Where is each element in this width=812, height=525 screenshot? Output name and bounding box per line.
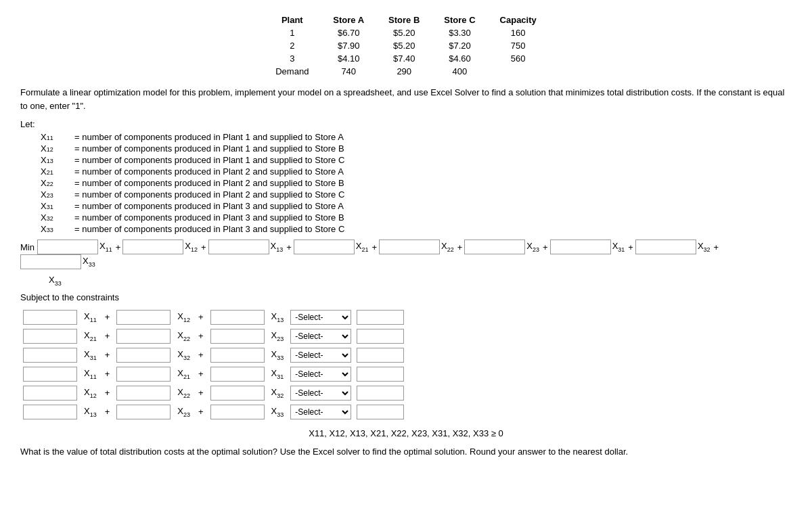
plant-1-store-c: $3.30: [432, 26, 487, 39]
c1-coef2-input[interactable]: [116, 310, 171, 325]
let-section: Let: X11 = number of components produced…: [20, 119, 792, 234]
constraint-row-5: X12 + X22 + X32 -Select- <= >= =: [20, 384, 407, 403]
c2-coef1-input[interactable]: [23, 329, 77, 344]
c5-coef1-input[interactable]: [23, 386, 77, 401]
subject-label: Subject to the constraints: [20, 292, 792, 302]
c3-coef3-input[interactable]: [210, 348, 265, 363]
var-desc-x21: = number of components produced in Plant…: [74, 166, 344, 177]
var-desc-x11: = number of components produced in Plant…: [74, 132, 344, 142]
table-row: 2 $7.90 $5.20 $7.20 750: [263, 39, 549, 52]
cost-table-section: Plant Store A Store B Store C Capacity 1…: [20, 14, 792, 78]
c6-coef1-input[interactable]: [23, 405, 77, 419]
c6-rhs-input[interactable]: [357, 405, 404, 419]
plant-2-store-b: $5.20: [376, 39, 432, 52]
constraint-row-6: X13 + X23 + X33 -Select- <= >= =: [20, 403, 407, 421]
x33-objective-label: X33: [83, 256, 95, 268]
coef-x12-input[interactable]: [122, 239, 183, 254]
c1-rhs-input[interactable]: [357, 310, 404, 325]
coef-x22-input[interactable]: [379, 239, 440, 254]
x31-label: X31: [612, 241, 625, 253]
table-row: 1 $6.70 $5.20 $3.30 160: [263, 26, 549, 39]
demand-label: Demand: [263, 65, 321, 78]
coef-x21-input[interactable]: [294, 239, 355, 254]
x12-label: X12: [185, 241, 198, 253]
x21-label: X21: [356, 241, 369, 253]
var-desc-x13: = number of components produced in Plant…: [74, 155, 344, 165]
c5-select[interactable]: -Select- <= >= =: [290, 386, 351, 401]
c4-coef1-input[interactable]: [23, 367, 77, 382]
c1-coef3-input[interactable]: [210, 310, 265, 325]
c3-coef2-input[interactable]: [116, 348, 171, 363]
plant-2-store-c: $7.20: [432, 39, 487, 52]
c5-rhs-input[interactable]: [357, 386, 404, 401]
c3-coef1-input[interactable]: [23, 348, 77, 363]
c2-rhs-input[interactable]: [357, 329, 404, 344]
c2-select[interactable]: -Select- <= >= =: [290, 329, 351, 344]
c6-coef3-input[interactable]: [210, 405, 265, 419]
table-row: 3 $4.10 $7.40 $4.60 560: [263, 52, 549, 65]
var-desc-x22: = number of components produced in Plant…: [74, 178, 344, 188]
cost-table: Plant Store A Store B Store C Capacity 1…: [263, 14, 549, 78]
demand-store-a: 740: [321, 65, 376, 78]
footer-question: What is the value of total distribution …: [20, 445, 792, 459]
coef-x31-input[interactable]: [550, 239, 611, 254]
x32-label: X32: [698, 241, 710, 253]
col-store-b: Store B: [376, 14, 432, 26]
coef-x33-input[interactable]: [20, 254, 81, 269]
plant-2: 2: [263, 39, 321, 52]
c4-coef2-input[interactable]: [116, 367, 171, 382]
c3-rhs-input[interactable]: [357, 348, 404, 363]
c2-coef3-input[interactable]: [210, 329, 265, 344]
c1-coef1-input[interactable]: [23, 310, 77, 325]
var-def-x13: X13 = number of components produced in P…: [41, 155, 792, 165]
nonnegativity-constraint: X11, X12, X13, X21, X22, X23, X31, X32, …: [20, 428, 792, 438]
plant-3-store-a: $4.10: [321, 52, 376, 65]
c5-coef3-input[interactable]: [210, 386, 265, 401]
var-desc-x33: = number of components produced in Plant…: [74, 224, 344, 234]
coef-x13-input[interactable]: [208, 239, 269, 254]
plant-1-store-b: $5.20: [376, 26, 432, 39]
let-label: Let:: [20, 119, 792, 129]
c5-coef2-input[interactable]: [116, 386, 171, 401]
var-desc-x12: = number of components produced in Plant…: [74, 143, 344, 154]
min-label: Min: [20, 242, 35, 252]
demand-store-c: 400: [432, 65, 487, 78]
var-def-x31: X31 = number of components produced in P…: [41, 201, 792, 211]
coef-x32-input[interactable]: [635, 239, 696, 254]
var-desc-x23: = number of components produced in Plant…: [74, 189, 344, 200]
c1-select[interactable]: -Select- <= >= =: [290, 310, 351, 325]
x23-label: X23: [526, 241, 539, 253]
c6-select[interactable]: -Select- <= >= =: [290, 405, 351, 419]
c4-select[interactable]: -Select- <= >= =: [290, 367, 351, 382]
c2-coef2-input[interactable]: [116, 329, 171, 344]
plant-3-capacity: 560: [488, 52, 549, 65]
var-def-x22: X22 = number of components produced in P…: [41, 178, 792, 188]
x11-label: X11: [99, 241, 112, 253]
constraint-row-3: X31 + X32 + X33 -Select- <= >= =: [20, 346, 407, 365]
var-def-x23: X23 = number of components produced in P…: [41, 189, 792, 200]
problem-description: Formulate a linear optimization model fo…: [20, 86, 792, 112]
plant-1-capacity: 160: [488, 26, 549, 39]
var-def-x21: X21 = number of components produced in P…: [41, 166, 792, 177]
col-plant: Plant: [263, 14, 321, 26]
x33-standalone-label: X33: [49, 275, 62, 287]
plant-1: 1: [263, 26, 321, 39]
constraint-row-2: X21 + X22 + X23 -Select- <= >= =: [20, 327, 407, 346]
plant-3-store-b: $7.40: [376, 52, 432, 65]
c4-rhs-input[interactable]: [357, 367, 404, 382]
plant-2-store-a: $7.90: [321, 39, 376, 52]
c4-coef3-input[interactable]: [210, 367, 265, 382]
var-desc-x31: = number of components produced in Plant…: [74, 201, 344, 211]
var-desc-x32: = number of components produced in Plant…: [74, 212, 344, 223]
constraint-row-4: X11 + X21 + X31 -Select- <= >= =: [20, 365, 407, 384]
coef-x23-input[interactable]: [464, 239, 525, 254]
var-def-x11: X11 = number of components produced in P…: [41, 132, 792, 142]
demand-capacity: [488, 65, 549, 78]
x22-label: X22: [441, 241, 454, 253]
c3-select[interactable]: -Select- <= >= =: [290, 348, 351, 363]
constraints-table: X11 + X12 + X13 -Select- <= >= = X21 +: [20, 308, 407, 421]
constraint-row-1: X11 + X12 + X13 -Select- <= >= =: [20, 308, 407, 327]
coef-x11-input[interactable]: [37, 239, 98, 254]
c6-coef2-input[interactable]: [116, 405, 171, 419]
var-def-x32: X32 = number of components produced in P…: [41, 212, 792, 223]
